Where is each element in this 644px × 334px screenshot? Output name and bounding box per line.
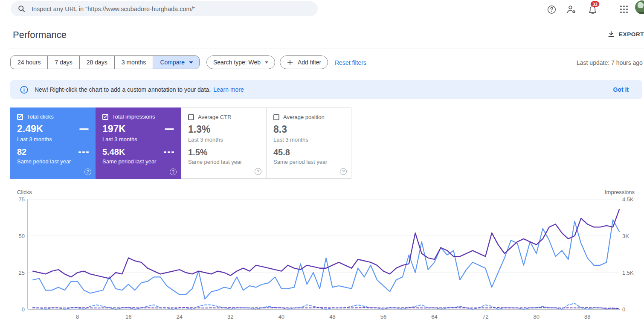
card-primary-value: 2.49K (17, 123, 43, 135)
banner-text: New! Right-click the chart to add a cust… (35, 86, 211, 93)
help-icon[interactable]: ? (84, 168, 91, 175)
learn-more-link[interactable]: Learn more (213, 86, 244, 93)
solid-line-icon (79, 128, 89, 130)
date-range-3-months[interactable]: 3 months (114, 56, 153, 69)
url-inspect-searchbox[interactable] (11, 1, 318, 16)
date-range-24-hours[interactable]: 24 hours (11, 56, 47, 69)
svg-text:56: 56 (380, 314, 386, 320)
chevron-down-icon (189, 61, 193, 64)
search-type-label: Search type: Web (213, 59, 261, 66)
metric-card-total-impressions[interactable]: Total impressions 197K Last 3 months 5.4… (96, 107, 181, 179)
checkbox-checked-icon[interactable] (102, 114, 108, 120)
checkbox-checked-icon[interactable] (17, 114, 23, 120)
avatar[interactable] (635, 0, 644, 14)
svg-text:72: 72 (482, 314, 488, 320)
card-primary-value: 197K (102, 123, 126, 135)
card-secondary-value: 82 (17, 147, 26, 157)
card-primary-value: 8.3 (273, 124, 287, 135)
export-button[interactable]: EXPORT (607, 30, 644, 38)
svg-text:25: 25 (19, 270, 25, 276)
metric-card-average-ctr[interactable]: Average CTR 1.3% Last 3 months 1.5% Same… (181, 107, 266, 179)
svg-text:40: 40 (278, 314, 284, 320)
help-icon[interactable]: ? (340, 168, 347, 175)
search-icon (17, 5, 26, 13)
url-inspect-input[interactable] (32, 6, 311, 12)
svg-text:1.5K: 1.5K (622, 270, 634, 276)
export-label: EXPORT (619, 31, 644, 38)
svg-text:88: 88 (584, 314, 590, 320)
dashed-line-icon (164, 151, 174, 153)
header-divider (9, 49, 644, 49)
date-range-7-days[interactable]: 7 days (47, 56, 79, 69)
compare-label: Compare (160, 59, 185, 66)
dashed-line-icon (78, 151, 89, 153)
chevron-down-icon (265, 61, 268, 64)
svg-text:80: 80 (533, 314, 539, 320)
metric-card-average-position[interactable]: Average position 8.3 Last 3 months 45.8 … (266, 107, 351, 179)
card-secondary-value: 45.8 (273, 148, 290, 157)
card-primary-caption: Last 3 months (188, 137, 259, 143)
top-app-bar: 33 (0, 0, 644, 19)
help-icon[interactable]: ? (170, 168, 177, 175)
svg-text:0: 0 (622, 306, 625, 313)
card-secondary-caption: Same period last year (17, 158, 89, 165)
reset-filters-link[interactable]: Reset filters (335, 59, 366, 66)
card-label: Total clicks (27, 113, 54, 120)
page-title: Performance (13, 29, 67, 41)
card-secondary-value: 5.48K (102, 147, 125, 157)
svg-text:4.5K: 4.5K (622, 196, 634, 203)
svg-text:3K: 3K (622, 233, 629, 239)
svg-text:75: 75 (19, 196, 25, 203)
svg-text:16: 16 (125, 314, 131, 320)
checkbox-unchecked-icon[interactable] (188, 114, 194, 120)
help-icon[interactable] (544, 2, 559, 17)
help-icon[interactable]: ? (255, 168, 261, 175)
card-primary-value: 1.3% (188, 124, 210, 135)
svg-text:8: 8 (76, 314, 79, 320)
info-icon (20, 85, 29, 94)
notifications-icon[interactable]: 33 (585, 2, 600, 17)
svg-text:48: 48 (329, 314, 335, 320)
date-range-28-days[interactable]: 28 days (79, 56, 114, 69)
search-type-dropdown[interactable]: Search type: Web (206, 55, 275, 69)
account-settings-icon[interactable] (564, 2, 579, 17)
performance-chart[interactable]: 025507501.5K3K4.5K816243240485664728088 (0, 188, 644, 331)
svg-text:64: 64 (431, 314, 437, 320)
apps-grid-icon[interactable] (617, 2, 631, 17)
card-primary-caption: Last 3 months (17, 136, 89, 142)
card-secondary-value: 1.5% (188, 148, 208, 157)
card-label: Average position (283, 114, 325, 120)
download-icon (607, 30, 615, 38)
add-filter-button[interactable]: Add filter (280, 55, 328, 69)
svg-text:24: 24 (177, 314, 183, 320)
last-update-text: Last update: 7 hours ago (577, 59, 644, 66)
card-label: Average CTR (198, 114, 232, 120)
card-secondary-caption: Same period last year (273, 159, 344, 165)
metric-card-total-clicks[interactable]: Total clicks 2.49K Last 3 months 82 Same… (10, 107, 96, 179)
svg-text:32: 32 (227, 314, 233, 320)
svg-text:50: 50 (19, 233, 25, 239)
annotation-banner: New! Right-click the chart to add a cust… (10, 80, 642, 99)
add-filter-label: Add filter (298, 59, 321, 66)
compare-tab[interactable]: Compare (153, 56, 199, 69)
checkbox-unchecked-icon[interactable] (273, 114, 279, 120)
notification-badge: 33 (590, 1, 600, 7)
svg-text:0: 0 (22, 306, 25, 313)
plus-icon (287, 59, 293, 66)
solid-line-icon (165, 128, 174, 130)
card-primary-caption: Last 3 months (273, 137, 344, 143)
card-secondary-caption: Same period last year (102, 158, 174, 165)
date-range-selector: 24 hours 7 days 28 days 3 months Compare (10, 55, 200, 69)
card-label: Total impressions (112, 113, 155, 120)
card-primary-caption: Last 3 months (102, 136, 174, 142)
got-it-button[interactable]: Got it (613, 86, 629, 93)
card-secondary-caption: Same period last year (188, 159, 259, 165)
